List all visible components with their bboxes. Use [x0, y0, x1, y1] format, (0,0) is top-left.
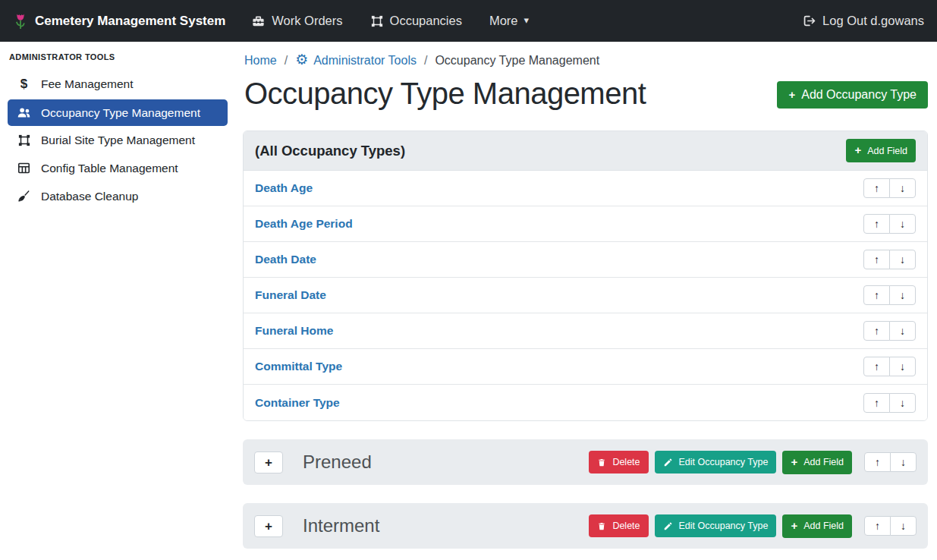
trash-icon: [597, 521, 606, 531]
arrow-down-icon: ↓: [900, 361, 905, 372]
delete-occupancy-type-button[interactable]: Delete: [589, 451, 648, 473]
expand-section-button[interactable]: +: [254, 451, 283, 473]
sidebar-item-occupancy-type-management[interactable]: Occupancy Type Management: [8, 99, 228, 126]
arrow-up-icon: ↑: [875, 521, 880, 531]
sidebar-item-burial-site-type-management[interactable]: Burial Site Type Management: [8, 127, 228, 153]
brand[interactable]: Cemetery Management System: [13, 12, 225, 30]
move-down-button[interactable]: ↓: [889, 250, 916, 269]
nav-occupancies[interactable]: Occupancies: [370, 14, 462, 28]
move-down-button[interactable]: ↓: [889, 357, 916, 376]
breadcrumb-home[interactable]: Home: [244, 54, 277, 68]
arrow-up-icon: ↑: [874, 219, 879, 229]
sidebar-item-label: Database Cleanup: [41, 190, 138, 203]
title-row: Occupancy Type Management + Add Occupanc…: [243, 75, 928, 111]
field-row: Death Date ↑ ↓: [244, 242, 927, 278]
all-occupancy-types-card: (All Occupancy Types) + Add Field Death …: [243, 131, 928, 421]
card-header: (All Occupancy Types) + Add Field: [244, 131, 927, 171]
field-link-death-date[interactable]: Death Date: [255, 253, 316, 266]
arrow-up-icon: ↑: [875, 457, 880, 467]
field-link-funeral-date[interactable]: Funeral Date: [255, 288, 326, 302]
breadcrumb-administrator-tools[interactable]: ⚙ Administrator Tools: [295, 53, 417, 68]
arrow-down-icon: ↓: [900, 254, 905, 265]
main-content: Home / ⚙ Administrator Tools / Occupancy…: [235, 42, 937, 560]
move-up-button[interactable]: ↑: [863, 321, 890, 341]
add-field-button[interactable]: + Add Field: [782, 451, 852, 474]
add-field-label: Add Field: [803, 457, 844, 467]
field-link-death-age[interactable]: Death Age: [255, 181, 313, 195]
logout-label: Log Out d.gowans: [822, 14, 924, 28]
sidebar-item-label: Burial Site Type Management: [41, 134, 195, 147]
section-interment: + Interment Delete: [243, 503, 928, 549]
field-link-funeral-home[interactable]: Funeral Home: [255, 324, 333, 338]
chevron-down-icon: ▾: [524, 15, 530, 25]
move-up-button[interactable]: ↑: [864, 452, 891, 472]
logout-button[interactable]: Log Out d.gowans: [802, 14, 924, 28]
field-link-committal-type[interactable]: Committal Type: [255, 360, 342, 373]
add-occupancy-type-label: Add Occupancy Type: [801, 88, 917, 102]
section-actions: Delete Edit Occupancy Type + Add Field ↑…: [589, 451, 917, 474]
move-down-button[interactable]: ↓: [890, 516, 917, 536]
field-row: Death Age ↑ ↓: [244, 171, 927, 206]
top-navbar: Cemetery Management System Work Orders: [0, 0, 937, 42]
sidebar-item-fee-management[interactable]: $ Fee Management: [8, 71, 228, 98]
arrow-up-icon: ↑: [874, 398, 879, 408]
nav-occupancies-label: Occupancies: [390, 14, 462, 28]
arrow-up-icon: ↑: [874, 361, 879, 372]
move-up-button[interactable]: ↑: [864, 516, 891, 536]
move-down-button[interactable]: ↓: [890, 452, 917, 472]
arrow-down-icon: ↓: [900, 326, 905, 336]
edit-label: Edit Occupancy Type: [679, 521, 769, 531]
breadcrumb-separator: /: [285, 54, 288, 68]
move-down-button[interactable]: ↓: [889, 214, 916, 234]
main-nav: Work Orders Occupancies More ▾: [251, 14, 529, 28]
field-link-container-type[interactable]: Container Type: [255, 396, 340, 410]
move-down-button[interactable]: ↓: [889, 393, 916, 413]
add-field-button[interactable]: + Add Field: [782, 514, 852, 538]
sidebar-item-config-table-management[interactable]: Config Table Management: [8, 155, 228, 181]
nav-work-orders[interactable]: Work Orders: [251, 14, 342, 28]
field-row: Container Type ↑ ↓: [244, 385, 927, 420]
arrow-up-icon: ↑: [874, 183, 879, 193]
plus-icon: +: [788, 89, 795, 100]
reorder-buttons: ↑ ↓: [863, 393, 916, 413]
reorder-buttons: ↑ ↓: [863, 285, 916, 305]
move-down-button[interactable]: ↓: [889, 321, 916, 341]
move-down-button[interactable]: ↓: [889, 285, 916, 305]
arrow-down-icon: ↓: [900, 398, 905, 408]
arrow-up-icon: ↑: [874, 290, 879, 300]
plus-icon: +: [791, 520, 797, 531]
section-title: Interment: [303, 515, 379, 536]
delete-label: Delete: [612, 457, 640, 467]
vector-square-icon: [16, 134, 32, 147]
field-row: Committal Type ↑ ↓: [244, 349, 927, 385]
move-up-button[interactable]: ↑: [863, 214, 890, 234]
card-title: (All Occupancy Types): [255, 143, 405, 159]
move-up-button[interactable]: ↑: [863, 285, 890, 305]
breadcrumb-current: Occupancy Type Management: [435, 54, 599, 68]
field-row: Funeral Home ↑ ↓: [244, 313, 927, 349]
reorder-buttons: ↑ ↓: [864, 452, 917, 472]
move-up-button[interactable]: ↑: [863, 178, 890, 198]
move-up-button[interactable]: ↑: [863, 357, 890, 376]
arrow-down-icon: ↓: [900, 219, 905, 229]
field-row: Death Age Period ↑ ↓: [244, 206, 927, 242]
section-title: Preneed: [303, 451, 372, 473]
field-link-death-age-period[interactable]: Death Age Period: [255, 217, 353, 231]
expand-section-button[interactable]: +: [254, 515, 283, 537]
move-up-button[interactable]: ↑: [863, 250, 890, 269]
pencil-icon: [663, 521, 673, 531]
sidebar-item-label: Occupancy Type Management: [41, 106, 200, 120]
delete-occupancy-type-button[interactable]: Delete: [589, 514, 648, 537]
field-row: Funeral Date ↑ ↓: [244, 278, 927, 313]
move-down-button[interactable]: ↓: [889, 178, 916, 198]
brand-title: Cemetery Management System: [35, 14, 225, 29]
add-field-button[interactable]: + Add Field: [846, 139, 916, 162]
plus-icon: +: [791, 456, 797, 467]
nav-more[interactable]: More ▾: [489, 14, 529, 28]
gear-icon: ⚙: [295, 52, 308, 67]
add-occupancy-type-button[interactable]: + Add Occupancy Type: [777, 81, 928, 109]
edit-occupancy-type-button[interactable]: Edit Occupancy Type: [655, 451, 777, 473]
edit-occupancy-type-button[interactable]: Edit Occupancy Type: [655, 514, 777, 537]
move-up-button[interactable]: ↑: [863, 393, 890, 413]
sidebar-item-database-cleanup[interactable]: Database Cleanup: [8, 183, 228, 209]
